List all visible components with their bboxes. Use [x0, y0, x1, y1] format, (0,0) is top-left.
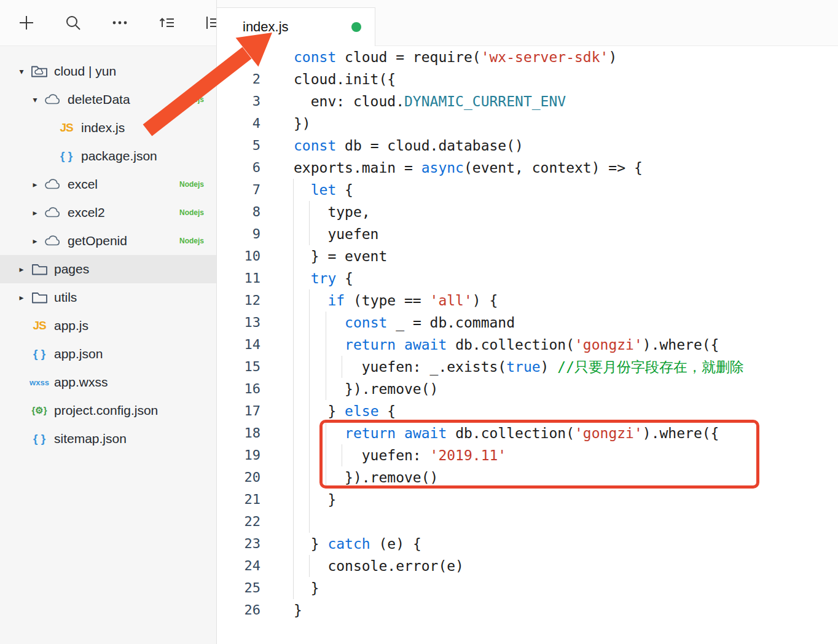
sidebar-item-app-js[interactable]: JSapp.js [0, 312, 216, 340]
tree-item-label: app.js [54, 318, 88, 333]
line-number[interactable]: 25 [217, 577, 260, 599]
chevron-right-icon[interactable]: ▸ [15, 293, 28, 302]
code-line[interactable]: 23 } catch (e) { [217, 533, 838, 555]
line-number[interactable]: 11 [217, 267, 260, 289]
code-line[interactable]: 2cloud.init({ [217, 68, 838, 90]
line-number[interactable]: 14 [217, 334, 260, 356]
code-token: async [421, 160, 464, 176]
line-number[interactable]: 1 [217, 46, 260, 68]
code-line[interactable]: 10 } = event [217, 245, 838, 267]
code-token: else [345, 403, 378, 419]
line-number[interactable]: 19 [217, 444, 260, 466]
tab-index-js[interactable]: index.js [216, 7, 375, 46]
code-text: console.error(e) [294, 555, 464, 577]
sort-icon[interactable] [157, 14, 176, 32]
code-token: db.collection( [447, 425, 574, 441]
line-number[interactable]: 24 [217, 555, 260, 577]
sidebar-item-index-js[interactable]: JSindex.js [0, 114, 216, 142]
code-line[interactable]: 3 env: cloud.DYNAMIC_CURRENT_ENV [217, 90, 838, 112]
code-line[interactable]: 24 console.error(e) [217, 555, 838, 577]
json-file-icon: { } [28, 345, 50, 363]
sidebar-item-cloud-yun[interactable]: ▾cloud | yun [0, 57, 216, 85]
line-number[interactable]: 23 [217, 533, 260, 555]
panel-icon[interactable] [204, 14, 216, 32]
code-line[interactable]: 12 if (type == 'all') { [217, 289, 838, 312]
code-text: const _ = db.command [294, 312, 515, 334]
code-line[interactable]: 6exports.main = async(event, context) =>… [217, 157, 838, 179]
line-number[interactable]: 13 [217, 312, 260, 334]
chevron-right-icon[interactable]: ▸ [28, 179, 42, 189]
code-text: yuefen: _.exists(true) //只要月份字段存在，就删除 [294, 356, 744, 378]
code-line[interactable]: 9 yuefen [217, 223, 838, 245]
more-icon[interactable] [111, 14, 129, 32]
code-token: db.collection( [447, 337, 574, 353]
line-number[interactable]: 6 [217, 157, 260, 179]
code-token: catch [327, 536, 370, 552]
code-line[interactable]: 4}) [217, 112, 838, 135]
line-number[interactable]: 18 [217, 422, 260, 444]
line-number[interactable]: 10 [217, 245, 260, 267]
line-number[interactable]: 2 [217, 68, 260, 90]
code-editor[interactable]: 1const cloud = require('wx-server-sdk')2… [217, 46, 838, 644]
chevron-right-icon[interactable]: ▸ [28, 208, 42, 218]
line-number[interactable]: 12 [217, 289, 260, 312]
add-icon[interactable] [17, 14, 36, 32]
line-number[interactable]: 21 [217, 489, 260, 511]
chevron-right-icon[interactable]: ▸ [28, 236, 42, 246]
chevron-right-icon[interactable]: ▸ [15, 264, 28, 274]
tree-item-label: deleteData [68, 92, 130, 107]
tree-item-label: app.wxss [54, 375, 108, 390]
sidebar-item-app-json[interactable]: { }app.json [0, 340, 216, 368]
sidebar-item-sitemap-json[interactable]: { }sitemap.json [0, 425, 216, 453]
chevron-down-icon[interactable]: ▾ [28, 95, 42, 104]
code-line[interactable]: 26} [217, 599, 838, 621]
code-line[interactable]: 20 }).remove() [217, 466, 838, 489]
line-number[interactable]: 16 [217, 378, 260, 400]
sidebar-item-pages[interactable]: ▸pages [0, 255, 216, 283]
code-text: cloud.init({ [294, 68, 396, 90]
code-line[interactable]: 16 }).remove() [217, 378, 838, 400]
code-line[interactable]: 5const db = cloud.database() [217, 135, 838, 157]
code-token: try [311, 270, 337, 286]
code-line[interactable]: 8 type, [217, 201, 838, 223]
line-number[interactable]: 3 [217, 90, 260, 112]
sidebar-item-utils[interactable]: ▸utils [0, 283, 216, 312]
line-number[interactable]: 26 [217, 599, 260, 621]
line-number[interactable]: 4 [217, 112, 260, 135]
code-line[interactable]: 25 } [217, 577, 838, 599]
code-line[interactable]: 22 [217, 511, 838, 533]
sidebar-item-excel2[interactable]: ▸excel2Nodejs [0, 198, 216, 227]
tree-item-label: getOpenid [68, 234, 127, 248]
code-line[interactable]: 13 const _ = db.command [217, 312, 838, 334]
sidebar-item-deletedata[interactable]: ▾deleteDataNodejs [0, 85, 216, 114]
tree-item-label: cloud | yun [54, 64, 116, 79]
code-line[interactable]: 19 yuefen: '2019.11' [217, 444, 838, 466]
line-number[interactable]: 15 [217, 356, 260, 378]
line-number[interactable]: 7 [217, 179, 260, 201]
line-number[interactable]: 9 [217, 223, 260, 245]
code-line[interactable]: 18 return await db.collection('gongzi').… [217, 422, 838, 444]
code-line[interactable]: 17 } else { [217, 400, 838, 422]
chevron-down-icon[interactable]: ▾ [15, 66, 28, 76]
search-icon[interactable] [64, 14, 82, 32]
line-number[interactable]: 5 [217, 135, 260, 157]
cloud-function-icon [42, 232, 64, 250]
sidebar-item-excel[interactable]: ▸excelNodejs [0, 170, 216, 198]
line-number[interactable]: 22 [217, 511, 260, 533]
line-number[interactable]: 8 [217, 201, 260, 223]
code-line[interactable]: 14 return await db.collection('gongzi').… [217, 334, 838, 356]
code-line[interactable]: 21 } [217, 489, 838, 511]
code-token: cloud = require( [336, 49, 480, 65]
line-number[interactable]: 20 [217, 466, 260, 489]
code-token [294, 337, 345, 353]
code-line[interactable]: 1const cloud = require('wx-server-sdk') [217, 46, 838, 68]
code-line[interactable]: 11 try { [217, 267, 838, 289]
sidebar-item-project-config-json[interactable]: {⚙}project.config.json [0, 396, 216, 425]
sidebar-item-getopenid[interactable]: ▸getOpenidNodejs [0, 227, 216, 255]
code-text: exports.main = async(event, context) => … [294, 157, 643, 179]
code-line[interactable]: 7 let { [217, 179, 838, 201]
code-line[interactable]: 15 yuefen: _.exists(true) //只要月份字段存在，就删除 [217, 356, 838, 378]
sidebar-item-app-wxss[interactable]: wxssapp.wxss [0, 368, 216, 396]
line-number[interactable]: 17 [217, 400, 260, 422]
sidebar-item-package-json[interactable]: { }package.json [0, 142, 216, 170]
